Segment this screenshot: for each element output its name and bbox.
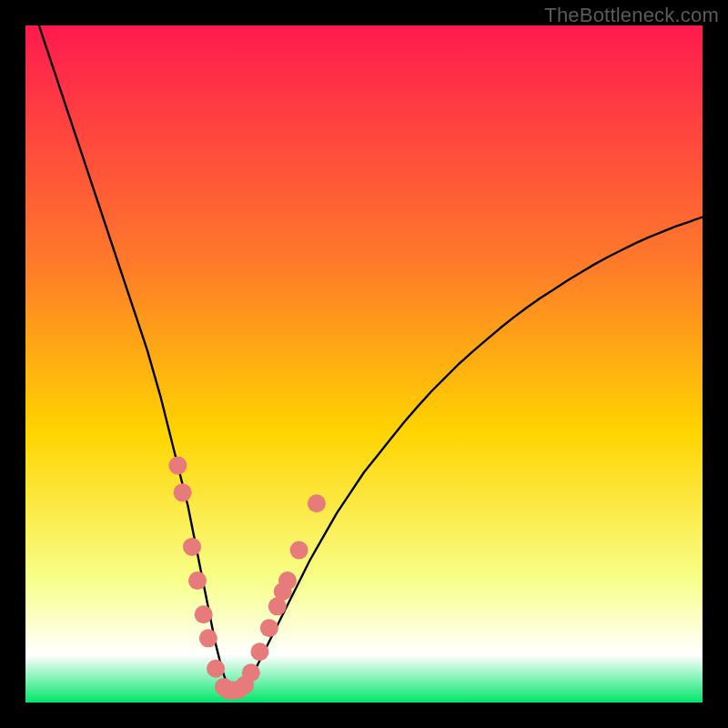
gradient-background <box>25 25 703 703</box>
data-point <box>168 457 187 475</box>
chart-container: TheBottleneck.com <box>0 0 728 728</box>
data-point <box>174 483 192 501</box>
data-point <box>242 663 260 682</box>
data-point <box>183 538 201 556</box>
data-point <box>278 571 297 590</box>
data-point <box>250 642 268 661</box>
data-point <box>188 571 207 590</box>
data-point <box>308 494 326 512</box>
data-point <box>195 605 213 623</box>
data-point <box>207 660 225 678</box>
data-point <box>260 619 278 637</box>
bottleneck-chart <box>0 0 728 728</box>
data-point <box>290 541 308 560</box>
data-point <box>199 629 217 647</box>
